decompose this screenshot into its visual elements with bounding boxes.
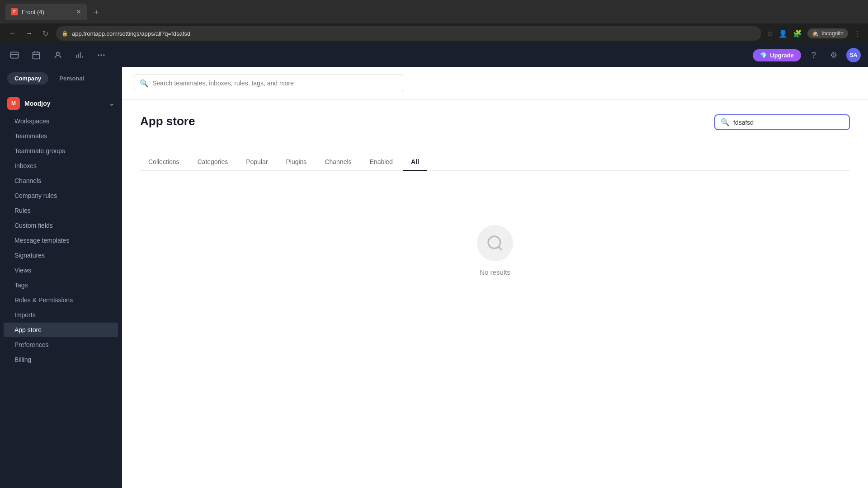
sidebar-item-custom-fields[interactable]: Custom fields — [4, 218, 118, 233]
tab-plugins[interactable]: Plugins — [278, 154, 315, 171]
svg-point-3 — [98, 55, 99, 56]
sidebar-org[interactable]: M Moodjoy ⌄ — [0, 94, 122, 113]
tab-label: All — [411, 158, 419, 165]
sidebar-item-channels[interactable]: Channels — [4, 174, 118, 188]
org-name: Moodjoy — [24, 100, 51, 107]
content-header: App store 🔍 — [140, 114, 850, 141]
sidebar-item-workspaces[interactable]: Workspaces — [4, 114, 118, 128]
browser-chrome: F Front (4) ✕ ＋ — [0, 0, 868, 23]
bookmark-button[interactable]: ☆ — [767, 29, 773, 38]
tab-all[interactable]: All — [403, 154, 427, 171]
sidebar-item-billing[interactable]: Billing — [4, 352, 118, 367]
tab-favicon: F — [11, 8, 18, 15]
sidebar-item-roles-permissions[interactable]: Roles & Permissions — [4, 293, 118, 307]
sidebar-item-message-templates[interactable]: Message templates — [4, 233, 118, 248]
sidebar: Company Personal M Moodjoy ⌄ Workspaces … — [0, 67, 122, 488]
org-icon: M — [7, 97, 20, 110]
calendar-icon[interactable] — [29, 48, 43, 62]
no-results-icon — [477, 225, 513, 261]
sidebar-item-teammates[interactable]: Teammates — [4, 129, 118, 143]
search-input[interactable] — [152, 80, 397, 87]
sidebar-item-label: Tags — [14, 282, 28, 289]
sidebar-item-imports[interactable]: Imports — [4, 308, 118, 322]
sidebar-item-signatures[interactable]: Signatures — [4, 248, 118, 263]
company-tab-button[interactable]: Company — [7, 72, 48, 84]
tab-label: Categories — [197, 158, 228, 165]
sidebar-item-company-rules[interactable]: Company rules — [4, 188, 118, 203]
search-area: 🔍 — [122, 67, 868, 100]
analytics-icon[interactable] — [72, 48, 87, 62]
tab-popular[interactable]: Popular — [238, 154, 276, 171]
contacts-icon[interactable] — [51, 48, 65, 62]
avatar-initials: SA — [850, 52, 858, 58]
new-tab-button[interactable]: ＋ — [92, 6, 100, 17]
sidebar-item-tags[interactable]: Tags — [4, 278, 118, 292]
browser-tab[interactable]: F Front (4) ✕ — [5, 4, 87, 20]
org-initial: M — [11, 100, 16, 107]
org-chevron-icon: ⌄ — [109, 100, 114, 107]
address-text: app.frontapp.com/settings/apps/all?q=fds… — [72, 30, 190, 37]
extensions-button[interactable]: 🧩 — [793, 29, 802, 38]
profile-button[interactable]: 👤 — [778, 29, 788, 38]
tab-label: Channels — [325, 158, 351, 165]
sidebar-item-label: Signatures — [14, 252, 45, 259]
upgrade-gem-icon: 💎 — [760, 52, 767, 59]
sidebar-item-label: Teammate groups — [14, 147, 65, 155]
sidebar-item-label: Rules — [14, 207, 31, 214]
page-title: App store — [140, 114, 195, 128]
browser-actions: ☆ 👤 🧩 🕵 Incognito ⋮ — [767, 28, 861, 38]
tab-enabled[interactable]: Enabled — [362, 154, 401, 171]
sidebar-item-label: Channels — [14, 177, 41, 184]
back-button[interactable]: ← — [7, 28, 18, 39]
sidebar-item-app-store[interactable]: App store — [4, 323, 118, 337]
address-bar[interactable]: 🔒 app.frontapp.com/settings/apps/all?q=f… — [56, 26, 761, 41]
sidebar-item-label: Preferences — [14, 341, 48, 348]
more-nav-icon[interactable] — [94, 48, 108, 62]
incognito-label: Incognito — [821, 30, 844, 37]
tab-close-button[interactable]: ✕ — [76, 8, 81, 15]
no-results-container: No results — [140, 189, 850, 312]
forward-button[interactable]: → — [24, 28, 34, 39]
tabs-bar: Collections Categories Popular Plugins C… — [140, 154, 850, 171]
tab-label: Collections — [148, 158, 179, 165]
content-area: App store 🔍 Collections Categories Popul… — [122, 100, 868, 488]
sidebar-item-label: Views — [14, 267, 31, 274]
reload-button[interactable]: ↻ — [40, 28, 51, 39]
header-right: 💎 Upgrade ? ⚙ SA — [753, 48, 861, 62]
app-header: 💎 Upgrade ? ⚙ SA — [0, 43, 868, 67]
lock-icon: 🔒 — [61, 30, 68, 37]
inbox-icon[interactable] — [7, 48, 22, 62]
personal-tab-button[interactable]: Personal — [52, 72, 91, 84]
sidebar-item-views[interactable]: Views — [4, 263, 118, 277]
tab-channels[interactable]: Channels — [316, 154, 359, 171]
sidebar-item-label: Imports — [14, 311, 36, 319]
incognito-badge: 🕵 Incognito — [807, 28, 848, 38]
avatar[interactable]: SA — [846, 48, 861, 62]
sidebar-item-label: Company rules — [14, 192, 57, 199]
svg-rect-1 — [33, 52, 40, 59]
sidebar-item-label: Inboxes — [14, 162, 37, 169]
upgrade-button[interactable]: 💎 Upgrade — [753, 49, 801, 61]
sidebar-item-teammate-groups[interactable]: Teammate groups — [4, 144, 118, 158]
sidebar-section-org: M Moodjoy ⌄ Workspaces Teammates Teammat… — [0, 90, 122, 371]
app-search-input[interactable] — [733, 119, 844, 126]
tab-collections[interactable]: Collections — [140, 154, 187, 171]
settings-button[interactable]: ⚙ — [826, 48, 841, 62]
help-button[interactable]: ? — [807, 48, 821, 62]
sidebar-item-rules[interactable]: Rules — [4, 203, 118, 218]
sidebar-item-label: App store — [14, 326, 42, 333]
sidebar-item-label: Message templates — [14, 237, 69, 244]
sidebar-item-label: Workspaces — [14, 117, 49, 125]
right-panel: 🔍 App store 🔍 Collections Categories — [122, 67, 868, 488]
svg-point-2 — [57, 52, 60, 55]
more-button[interactable]: ⋮ — [854, 29, 861, 38]
app-search-wrapper: 🔍 — [714, 114, 850, 130]
sidebar-item-label: Roles & Permissions — [14, 296, 73, 304]
sidebar-item-preferences[interactable]: Preferences — [4, 338, 118, 352]
sidebar-item-inboxes[interactable]: Inboxes — [4, 159, 118, 173]
main-layout: Company Personal M Moodjoy ⌄ Workspaces … — [0, 67, 868, 488]
upgrade-label: Upgrade — [770, 52, 794, 59]
tab-label: Enabled — [370, 158, 393, 165]
tab-categories[interactable]: Categories — [189, 154, 236, 171]
app-search-icon: 🔍 — [721, 118, 730, 127]
